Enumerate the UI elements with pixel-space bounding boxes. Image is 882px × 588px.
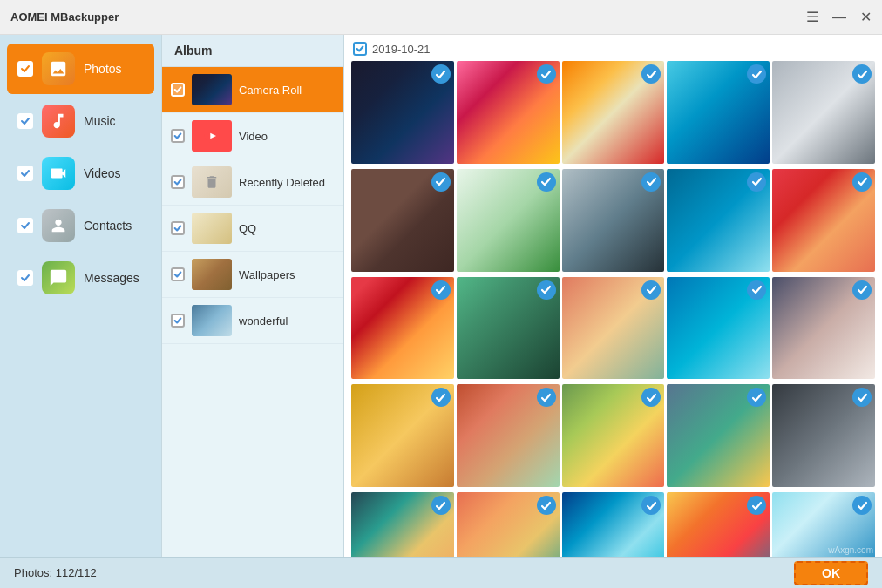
videos-icon (42, 157, 75, 190)
video-check (171, 129, 185, 143)
photo-check-icon (537, 280, 556, 300)
bottom-bar: Photos: 112/112 OK (0, 557, 882, 588)
qq-label: QQ (239, 222, 256, 235)
wallpapers-label: Wallpapers (239, 268, 295, 281)
sidebar-item-label: Music (84, 114, 116, 128)
app-title: AOMEI MBackupper (10, 10, 119, 24)
photo-cell[interactable] (351, 384, 454, 487)
photo-cell[interactable] (667, 277, 770, 380)
album-item-camera-roll[interactable]: Camera Roll (162, 67, 343, 113)
album-item-wonderful[interactable]: wonderful (162, 298, 343, 344)
date-check (353, 42, 367, 56)
photo-cell[interactable] (351, 61, 454, 164)
photos-icon (42, 52, 75, 85)
date-label: 2019-10-21 (351, 42, 875, 56)
photo-cell[interactable] (772, 277, 875, 380)
sidebar-item-label: Messages (84, 271, 139, 285)
photo-cell[interactable] (457, 492, 560, 557)
photo-check-icon (747, 280, 766, 300)
photo-cell[interactable] (351, 492, 454, 557)
date-text: 2019-10-21 (372, 43, 431, 56)
wonderful-thumb (192, 305, 232, 336)
photo-check-icon (537, 172, 556, 192)
photo-cell[interactable] (457, 169, 560, 272)
ok-button[interactable]: OK (794, 561, 868, 585)
photo-grid-row5 (351, 492, 875, 557)
photo-cell[interactable] (772, 492, 875, 557)
photo-cell[interactable] (562, 61, 665, 164)
sidebar-item-messages[interactable]: Messages (7, 253, 154, 303)
photo-cell[interactable] (457, 61, 560, 164)
camera-roll-check (171, 83, 185, 97)
photo-cell[interactable] (562, 384, 665, 487)
photo-cell[interactable] (562, 169, 665, 272)
sidebar-item-label: Photos (84, 62, 122, 76)
photo-cell[interactable] (457, 384, 560, 487)
photo-cell[interactable] (351, 277, 454, 380)
music-icon (42, 105, 75, 138)
album-item-video[interactable]: Video (162, 113, 343, 159)
camera-roll-label: Camera Roll (239, 84, 302, 97)
album-item-qq[interactable]: QQ (162, 206, 343, 252)
photo-grid-row2 (351, 169, 875, 272)
album-item-wallpapers[interactable]: Wallpapers (162, 252, 343, 298)
qq-thumb (192, 213, 232, 244)
photo-check-icon (537, 64, 556, 84)
album-header: Album (162, 35, 343, 67)
photo-grid-row4 (351, 384, 875, 487)
photo-check-icon (431, 496, 451, 515)
photo-cell[interactable] (772, 384, 875, 487)
photo-cell[interactable] (772, 61, 875, 164)
recently-deleted-thumb (192, 166, 232, 198)
wallpapers-thumb (192, 259, 232, 290)
contacts-icon (42, 209, 75, 242)
photo-cell[interactable] (351, 169, 454, 272)
photo-cell[interactable] (667, 169, 770, 272)
photo-grid-row1 (351, 61, 875, 164)
list-icon[interactable]: ☰ (806, 10, 818, 24)
titlebar: AOMEI MBackupper ☰ — ✕ (0, 0, 882, 35)
photo-cell[interactable] (667, 61, 770, 164)
photos-check (17, 61, 33, 77)
photo-cell[interactable] (457, 277, 560, 380)
sidebar: Photos Music Videos (0, 35, 161, 557)
sidebar-item-label: Videos (84, 166, 121, 180)
sidebar-item-music[interactable]: Music (7, 96, 154, 146)
photo-check-icon (852, 172, 872, 192)
photo-check-icon (537, 496, 556, 515)
contacts-check (17, 218, 33, 233)
album-item-recently-deleted[interactable]: Recently Deleted (162, 159, 343, 206)
camera-roll-thumb (192, 74, 232, 105)
photo-cell[interactable] (562, 492, 665, 557)
sidebar-item-contacts[interactable]: Contacts (7, 200, 154, 251)
window-controls: ☰ — ✕ (806, 10, 872, 24)
photo-area[interactable]: 2019-10-21 (344, 35, 882, 557)
photo-check-icon (431, 172, 451, 192)
photo-check-icon (641, 280, 661, 300)
album-panel: Album Camera Roll Video (161, 35, 344, 557)
wallpapers-check (171, 267, 185, 281)
wonderful-label: wonderful (239, 314, 288, 328)
photo-check-icon (852, 280, 872, 300)
photo-check-icon (747, 172, 766, 192)
photos-status: Photos: 112/112 (14, 566, 97, 579)
messages-check (17, 270, 33, 286)
photo-cell[interactable] (772, 169, 875, 272)
photo-cell[interactable] (667, 384, 770, 487)
sidebar-item-photos[interactable]: Photos (7, 44, 154, 94)
qq-check (171, 221, 185, 235)
video-label: Video (239, 130, 268, 143)
close-icon[interactable]: ✕ (860, 10, 872, 24)
wonderful-check (171, 314, 185, 328)
recently-deleted-label: Recently Deleted (239, 176, 325, 189)
photo-cell[interactable] (562, 277, 665, 380)
video-thumb (192, 120, 232, 152)
photo-check-icon (852, 64, 872, 84)
videos-check (17, 166, 33, 181)
messages-icon (42, 261, 75, 294)
sidebar-item-videos[interactable]: Videos (7, 148, 154, 199)
photo-grid-row3 (351, 277, 875, 380)
minimize-icon[interactable]: — (832, 10, 846, 24)
recently-deleted-check (171, 175, 185, 189)
photo-cell[interactable] (667, 492, 770, 557)
